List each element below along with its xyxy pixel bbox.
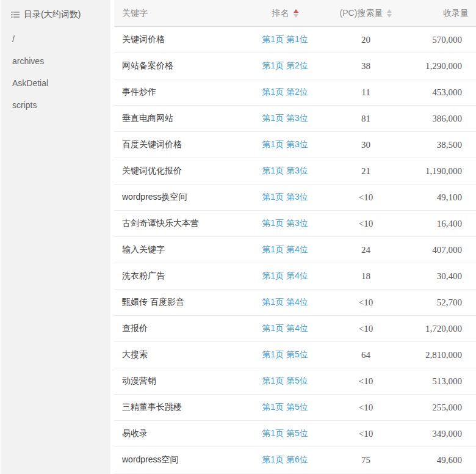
sidebar-item[interactable]: / [1,28,110,50]
pc-volume-cell: <10 [325,192,407,203]
table-body: 关键词价格第1页 第1位20570,000网站备案价格第1页 第2位381,29… [114,27,476,473]
keyword-cell: 查报价 [114,323,245,334]
table-row: 古剑奇谭快乐大本营第1页 第3位<1016,400 [114,211,476,237]
rank-link[interactable]: 第1页 第2位 [262,60,308,70]
col-header-rank[interactable]: 排名 [245,8,325,19]
index-volume-cell: 453,000 [407,87,476,98]
rank-cell: 第1页 第2位 [245,60,325,71]
rank-link[interactable]: 第1页 第4位 [262,297,308,307]
sort-desc-icon[interactable] [387,14,392,18]
keyword-cell: 事件炒作 [114,87,245,98]
sidebar-item[interactable]: scripts [1,94,110,116]
rank-link[interactable]: 第1页 第4位 [262,271,308,280]
sidebar-title: 目录(大约词数) [1,7,110,22]
pc-volume-cell: 18 [325,271,407,282]
sidebar-item[interactable]: AskDetial [1,72,110,94]
sidebar-item[interactable]: archives [1,50,110,72]
keyword-cell: 甄嬛传 百度影音 [114,297,245,308]
col-header-rank-label: 排名 [272,8,289,19]
keyword-cell: 古剑奇谭快乐大本营 [114,218,245,229]
pc-volume-sort-control[interactable] [387,9,392,18]
rank-link[interactable]: 第1页 第3位 [262,218,308,228]
keyword-cell: wordpress空间 [114,454,245,465]
pc-volume-cell: <10 [325,297,407,308]
pc-volume-cell: <10 [325,219,407,229]
keyword-cell: 关键词价格 [114,34,245,45]
rank-cell: 第1页 第4位 [245,297,325,308]
col-header-keyword: 关键字 [114,8,245,19]
rank-link[interactable]: 第1页 第6位 [262,454,308,464]
sort-asc-icon[interactable] [294,9,298,13]
table-row: wordpress空间第1页 第6位7549,600 [114,447,476,473]
keyword-cell: 大搜索 [114,349,245,360]
table-row: 查报价第1页 第4位<101,720,000 [114,316,476,342]
table-row: 动漫营销第1页 第5位<10513,000 [114,368,476,395]
sort-asc-icon[interactable] [387,9,392,13]
index-volume-cell: 52,700 [407,297,476,308]
rank-link[interactable]: 第1页 第4位 [262,244,308,254]
sort-desc-icon[interactable] [294,14,298,18]
rank-cell: 第1页 第5位 [245,349,325,360]
pc-volume-cell: 75 [325,455,407,465]
index-volume-cell: 1,190,000 [407,166,476,177]
col-header-pc-volume[interactable]: (PC)搜索量 [325,8,407,19]
table-row: 关键词价格第1页 第1位20570,000 [114,27,476,53]
rank-cell: 第1页 第4位 [245,244,325,255]
table-row: 甄嬛传 百度影音第1页 第4位<1052,700 [114,290,476,316]
rank-link[interactable]: 第1页 第5位 [262,428,308,438]
rank-cell: 第1页 第1位 [245,34,325,45]
pc-volume-cell: <10 [325,376,407,387]
rank-link[interactable]: 第1页 第4位 [262,323,308,333]
table-row: 关键词优化报价第1页 第3位211,190,000 [114,158,476,184]
rank-link[interactable]: 第1页 第3位 [262,113,308,123]
rank-cell: 第1页 第6位 [245,454,325,465]
keyword-cell: 垂直电商网站 [114,113,245,124]
table-row: 百度关键词价格第1页 第3位3038,500 [114,132,476,158]
table-row: 易收录第1页 第5位<10349,000 [114,421,476,447]
rank-cell: 第1页 第5位 [245,376,325,387]
rank-cell: 第1页 第3位 [245,218,325,229]
rank-cell: 第1页 第3位 [245,192,325,203]
pc-volume-cell: <10 [325,403,407,413]
index-volume-cell: 386,000 [407,114,476,124]
keyword-cell: 动漫营销 [114,376,245,387]
rank-link[interactable]: 第1页 第3位 [262,139,308,149]
keyword-cell: 输入关键字 [114,244,245,255]
rank-cell: 第1页 第3位 [245,113,325,124]
rank-link[interactable]: 第1页 第3位 [262,192,308,202]
index-volume-cell: 570,000 [407,35,476,45]
col-header-pc-volume-label: (PC)搜索量 [340,8,383,19]
table-row: 事件炒作第1页 第2位11453,000 [114,79,476,106]
index-volume-cell: 49,100 [407,192,476,203]
pc-volume-cell: 11 [325,87,407,98]
rank-sort-control[interactable] [294,9,298,18]
index-volume-cell: 16,400 [407,219,476,229]
pc-volume-cell: 24 [325,245,407,255]
keyword-cell: 关键词优化报价 [114,166,245,177]
index-volume-cell: 349,000 [407,429,476,439]
index-volume-cell: 513,000 [407,376,476,387]
rank-link[interactable]: 第1页 第5位 [262,376,308,385]
col-header-index-volume: 收录量 [407,8,476,19]
index-volume-cell: 49,600 [407,455,476,465]
table-row: 网站备案价格第1页 第2位381,290,000 [114,53,476,79]
rank-link[interactable]: 第1页 第1位 [262,34,308,44]
rank-cell: 第1页 第5位 [245,402,325,413]
rank-cell: 第1页 第4位 [245,271,325,282]
pc-volume-cell: 20 [325,35,407,45]
rank-link[interactable]: 第1页 第3位 [262,166,308,175]
sidebar-title-label: 目录(大约词数) [24,9,81,20]
list-icon [11,11,20,18]
pc-volume-cell: 38 [325,61,407,71]
rank-link[interactable]: 第1页 第2位 [262,87,308,97]
keyword-cell: 易收录 [114,428,245,439]
keyword-cell: 网站备案价格 [114,60,245,71]
pc-volume-cell: <10 [325,324,407,334]
keyword-table: 关键字 排名 (PC)搜索量 [110,0,476,474]
table-row: 垂直电商网站第1页 第3位81386,000 [114,106,476,132]
rank-link[interactable]: 第1页 第5位 [262,402,308,412]
sidebar-directory-list: /archivesAskDetialscripts [1,28,110,116]
index-volume-cell: 38,500 [407,140,476,150]
rank-link[interactable]: 第1页 第5位 [262,349,308,359]
table-row: wordpress换空间第1页 第3位<1049,100 [114,184,476,211]
